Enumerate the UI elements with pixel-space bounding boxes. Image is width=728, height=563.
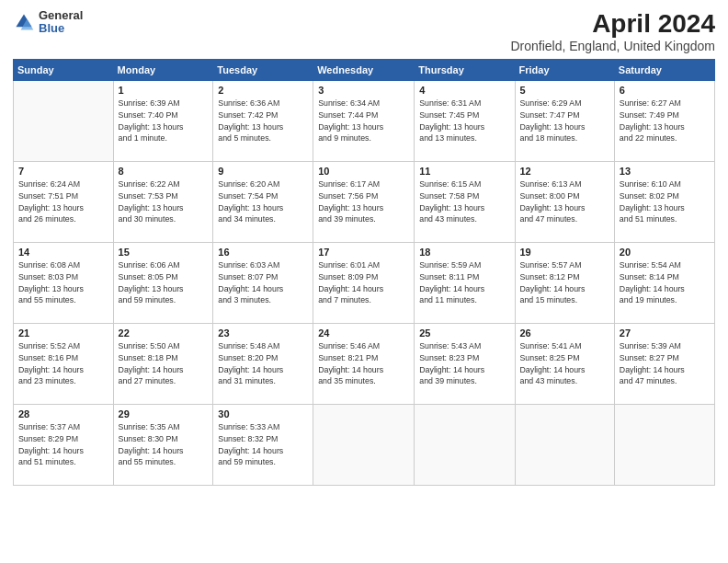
- day-number: 24: [318, 327, 409, 339]
- day-number: 17: [318, 247, 409, 258]
- calendar-week-row: 1Sunrise: 6:39 AM Sunset: 7:40 PM Daylig…: [14, 81, 715, 162]
- day-number: 13: [620, 166, 710, 177]
- day-info: Sunrise: 6:06 AM Sunset: 8:05 PM Dayligh…: [119, 259, 209, 306]
- day-info: Sunrise: 6:13 AM Sunset: 8:00 PM Dayligh…: [520, 178, 609, 225]
- day-info: Sunrise: 5:50 AM Sunset: 8:18 PM Dayligh…: [119, 340, 209, 387]
- day-info: Sunrise: 6:17 AM Sunset: 7:56 PM Dayligh…: [318, 178, 409, 225]
- day-number: 14: [18, 247, 108, 258]
- day-info: Sunrise: 5:39 AM Sunset: 8:27 PM Dayligh…: [620, 340, 710, 387]
- table-row: 17Sunrise: 6:01 AM Sunset: 8:09 PM Dayli…: [313, 243, 415, 324]
- title-block: April 2024 Dronfield, England, United Ki…: [510, 9, 715, 53]
- table-row: 29Sunrise: 5:35 AM Sunset: 8:30 PM Dayli…: [113, 405, 213, 486]
- logo-blue: Blue: [39, 22, 83, 35]
- day-info: Sunrise: 6:34 AM Sunset: 7:44 PM Dayligh…: [318, 98, 409, 144]
- day-number: 6: [620, 85, 710, 96]
- header-tuesday: Tuesday: [213, 60, 313, 81]
- table-row: 3Sunrise: 6:34 AM Sunset: 7:44 PM Daylig…: [313, 81, 415, 162]
- table-row: 15Sunrise: 6:06 AM Sunset: 8:05 PM Dayli…: [113, 243, 213, 324]
- table-row: [14, 81, 114, 162]
- day-number: 1: [119, 85, 209, 96]
- day-number: 15: [119, 247, 209, 258]
- header-friday: Friday: [515, 60, 614, 81]
- day-info: Sunrise: 5:57 AM Sunset: 8:12 PM Dayligh…: [520, 259, 609, 306]
- table-row: 24Sunrise: 5:46 AM Sunset: 8:21 PM Dayli…: [313, 324, 415, 405]
- day-info: Sunrise: 5:37 AM Sunset: 8:29 PM Dayligh…: [18, 421, 108, 468]
- subtitle: Dronfield, England, United Kingdom: [510, 39, 715, 53]
- day-info: Sunrise: 6:29 AM Sunset: 7:47 PM Dayligh…: [520, 98, 609, 144]
- day-number: 4: [419, 85, 509, 96]
- table-row: 2Sunrise: 6:36 AM Sunset: 7:42 PM Daylig…: [213, 81, 313, 162]
- table-row: [515, 405, 614, 486]
- day-info: Sunrise: 5:41 AM Sunset: 8:25 PM Dayligh…: [520, 340, 609, 387]
- day-info: Sunrise: 6:20 AM Sunset: 7:54 PM Dayligh…: [218, 178, 308, 225]
- calendar-week-row: 14Sunrise: 6:08 AM Sunset: 8:03 PM Dayli…: [14, 243, 715, 324]
- day-info: Sunrise: 6:31 AM Sunset: 7:45 PM Dayligh…: [419, 98, 509, 144]
- day-number: 26: [520, 327, 609, 339]
- table-row: 25Sunrise: 5:43 AM Sunset: 8:23 PM Dayli…: [415, 324, 515, 405]
- table-row: 11Sunrise: 6:15 AM Sunset: 7:58 PM Dayli…: [415, 162, 515, 243]
- table-row: 22Sunrise: 5:50 AM Sunset: 8:18 PM Dayli…: [113, 324, 213, 405]
- table-row: 30Sunrise: 5:33 AM Sunset: 8:32 PM Dayli…: [213, 405, 313, 486]
- logo-text: General Blue: [39, 9, 83, 36]
- day-number: 12: [520, 166, 609, 177]
- day-info: Sunrise: 5:35 AM Sunset: 8:30 PM Dayligh…: [119, 421, 209, 468]
- calendar-week-row: 21Sunrise: 5:52 AM Sunset: 8:16 PM Dayli…: [14, 324, 715, 405]
- table-row: 8Sunrise: 6:22 AM Sunset: 7:53 PM Daylig…: [113, 162, 213, 243]
- day-info: Sunrise: 5:52 AM Sunset: 8:16 PM Dayligh…: [18, 340, 108, 387]
- table-row: 12Sunrise: 6:13 AM Sunset: 8:00 PM Dayli…: [515, 162, 614, 243]
- table-row: 10Sunrise: 6:17 AM Sunset: 7:56 PM Dayli…: [313, 162, 415, 243]
- day-number: 2: [218, 85, 308, 96]
- table-row: [415, 405, 515, 486]
- day-number: 8: [119, 166, 209, 177]
- calendar-week-row: 28Sunrise: 5:37 AM Sunset: 8:29 PM Dayli…: [14, 405, 715, 486]
- calendar-week-row: 7Sunrise: 6:24 AM Sunset: 7:51 PM Daylig…: [14, 162, 715, 243]
- main-title: April 2024: [510, 9, 715, 39]
- day-info: Sunrise: 6:22 AM Sunset: 7:53 PM Dayligh…: [119, 178, 209, 225]
- table-row: 18Sunrise: 5:59 AM Sunset: 8:11 PM Dayli…: [415, 243, 515, 324]
- day-info: Sunrise: 6:03 AM Sunset: 8:07 PM Dayligh…: [218, 259, 308, 306]
- header-sunday: Sunday: [14, 60, 114, 81]
- day-number: 22: [119, 327, 209, 339]
- day-number: 19: [520, 247, 609, 258]
- day-number: 21: [18, 327, 108, 339]
- day-number: 25: [419, 327, 509, 339]
- header-wednesday: Wednesday: [313, 60, 415, 81]
- table-row: 14Sunrise: 6:08 AM Sunset: 8:03 PM Dayli…: [14, 243, 114, 324]
- day-info: Sunrise: 6:10 AM Sunset: 8:02 PM Dayligh…: [620, 178, 710, 225]
- day-info: Sunrise: 5:48 AM Sunset: 8:20 PM Dayligh…: [218, 340, 308, 387]
- day-info: Sunrise: 5:46 AM Sunset: 8:21 PM Dayligh…: [318, 340, 409, 387]
- day-info: Sunrise: 6:08 AM Sunset: 8:03 PM Dayligh…: [18, 259, 108, 306]
- day-number: 16: [218, 247, 308, 258]
- day-number: 20: [620, 247, 710, 258]
- table-row: 21Sunrise: 5:52 AM Sunset: 8:16 PM Dayli…: [14, 324, 114, 405]
- day-info: Sunrise: 5:54 AM Sunset: 8:14 PM Dayligh…: [620, 259, 710, 306]
- day-info: Sunrise: 6:15 AM Sunset: 7:58 PM Dayligh…: [419, 178, 509, 225]
- table-row: 6Sunrise: 6:27 AM Sunset: 7:49 PM Daylig…: [614, 81, 714, 162]
- table-row: 7Sunrise: 6:24 AM Sunset: 7:51 PM Daylig…: [14, 162, 114, 243]
- day-number: 11: [419, 166, 509, 177]
- day-number: 9: [218, 166, 308, 177]
- logo: General Blue: [13, 9, 83, 36]
- day-number: 28: [18, 408, 108, 419]
- table-row: 9Sunrise: 6:20 AM Sunset: 7:54 PM Daylig…: [213, 162, 313, 243]
- day-info: Sunrise: 6:27 AM Sunset: 7:49 PM Dayligh…: [620, 98, 710, 144]
- day-number: 23: [218, 327, 308, 339]
- day-info: Sunrise: 5:43 AM Sunset: 8:23 PM Dayligh…: [419, 340, 509, 387]
- header-monday: Monday: [113, 60, 213, 81]
- day-number: 30: [218, 408, 308, 419]
- day-number: 3: [318, 85, 409, 96]
- table-row: 23Sunrise: 5:48 AM Sunset: 8:20 PM Dayli…: [213, 324, 313, 405]
- day-number: 18: [419, 247, 509, 258]
- day-info: Sunrise: 6:01 AM Sunset: 8:09 PM Dayligh…: [318, 259, 409, 306]
- day-number: 5: [520, 85, 609, 96]
- table-row: 27Sunrise: 5:39 AM Sunset: 8:27 PM Dayli…: [614, 324, 714, 405]
- calendar-table: Sunday Monday Tuesday Wednesday Thursday…: [13, 59, 715, 486]
- table-row: 5Sunrise: 6:29 AM Sunset: 7:47 PM Daylig…: [515, 81, 614, 162]
- day-number: 10: [318, 166, 409, 177]
- table-row: 1Sunrise: 6:39 AM Sunset: 7:40 PM Daylig…: [113, 81, 213, 162]
- table-row: 4Sunrise: 6:31 AM Sunset: 7:45 PM Daylig…: [415, 81, 515, 162]
- logo-icon: [13, 11, 35, 33]
- table-row: [614, 405, 714, 486]
- day-number: 29: [119, 408, 209, 419]
- header-thursday: Thursday: [415, 60, 515, 81]
